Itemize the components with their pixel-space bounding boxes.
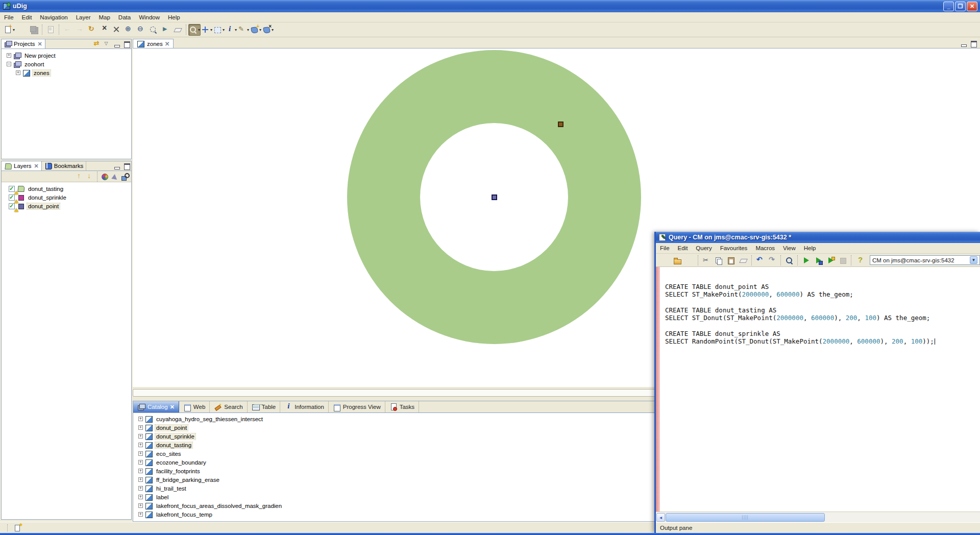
query-new-button[interactable] (659, 254, 671, 266)
query-cut-button[interactable] (700, 254, 713, 266)
toolbar-select-tool-button[interactable]: ▾ (213, 24, 225, 36)
view-menu-button[interactable] (102, 40, 112, 48)
close-icon[interactable]: ✕ (170, 404, 175, 410)
menu-window[interactable]: Window (135, 12, 164, 22)
expand-icon[interactable]: + (138, 443, 143, 447)
tab-table[interactable]: Table (248, 401, 281, 412)
expand-icon[interactable]: + (138, 512, 143, 517)
menu-map[interactable]: Map (94, 12, 114, 22)
layer-item-donut_sprinkle[interactable]: donut_sprinkle (2, 193, 131, 202)
expand-icon[interactable]: + (138, 434, 143, 439)
toolbar-commit-button[interactable] (159, 24, 172, 36)
query-menu-favourites[interactable]: Favourites (716, 243, 752, 253)
query-menu-file[interactable]: File (656, 243, 674, 253)
query-menu-edit[interactable]: Edit (674, 243, 692, 253)
chevron-down-icon[interactable]: ▾ (272, 28, 274, 32)
layer-item-donut_tasting[interactable]: donut_tasting (2, 184, 131, 193)
query-undo-button[interactable] (754, 254, 766, 266)
menu-data[interactable]: Data (114, 12, 135, 22)
expand-icon[interactable]: + (138, 469, 143, 473)
expand-icon[interactable]: + (138, 425, 143, 430)
chevron-down-icon[interactable]: ▾ (247, 28, 249, 32)
query-paste-button[interactable] (725, 254, 737, 266)
query-redo-button[interactable] (766, 254, 778, 266)
expand-icon[interactable]: + (138, 486, 143, 491)
style-button[interactable] (110, 172, 120, 182)
toolbar-zoom-tool-button[interactable]: ▾ (188, 24, 201, 36)
scrollbar-thumb[interactable]: |||| (666, 513, 825, 522)
restore-button[interactable]: ❐ (955, 2, 966, 11)
query-save-button[interactable] (683, 254, 696, 266)
tab-bookmarks[interactable]: Bookmarks (42, 161, 87, 171)
layer-item-donut_point[interactable]: donut_point (2, 202, 131, 210)
link-editor-button[interactable] (92, 40, 102, 48)
chevron-down-icon[interactable]: ▼ (970, 256, 977, 264)
toolbar-zoom-out-button[interactable] (135, 24, 147, 36)
tab-catalog[interactable]: Catalog✕ (133, 401, 179, 412)
toolbar-delete-button[interactable] (98, 24, 110, 36)
query-run-save-button[interactable] (812, 254, 824, 266)
udig-titlebar[interactable]: uDig _❐✕ (0, 0, 980, 12)
chevron-down-icon[interactable]: ▾ (210, 28, 212, 32)
tree-item-zones[interactable]: +zones (2, 68, 131, 77)
tab-layers[interactable]: Layers ✕ (2, 161, 42, 171)
close-button[interactable]: ✕ (967, 2, 977, 11)
tab-search[interactable]: Search (210, 401, 247, 412)
chevron-down-icon[interactable]: ▾ (235, 28, 237, 32)
zoom-to-layer-button[interactable] (120, 172, 130, 182)
menu-help[interactable]: Help (164, 12, 184, 22)
query-titlebar[interactable]: Query - CM on jms@cmac-srv-gis:5432 * (656, 232, 980, 243)
toolbar-edit-tool-button[interactable]: ▾ (237, 24, 250, 36)
toolbar-create-feature-tool-button[interactable]: ▾ (250, 24, 262, 36)
menu-navigation[interactable]: Navigation (36, 12, 71, 22)
menu-edit[interactable]: Edit (18, 12, 36, 22)
maximize-button[interactable] (968, 39, 978, 48)
tab-progress-view[interactable]: Progress View (329, 401, 385, 412)
menu-layer[interactable]: Layer (72, 12, 95, 22)
expand-icon[interactable]: + (138, 477, 143, 482)
query-run-button[interactable] (800, 254, 812, 266)
expand-icon[interactable]: + (138, 460, 143, 465)
tab-tasks[interactable]: Tasks (385, 401, 419, 412)
query-run-tree-button[interactable] (824, 254, 837, 266)
chevron-down-icon[interactable]: ▾ (259, 28, 261, 32)
collapse-icon[interactable]: − (7, 62, 11, 66)
toolbar-fill-tool-button[interactable]: ▾ (262, 24, 274, 36)
minimize-button[interactable] (959, 39, 968, 48)
palette-button[interactable] (100, 172, 110, 182)
toolbar-info-tool-button[interactable]: ▾ (225, 24, 237, 36)
tab-zones-editor[interactable]: zones ✕ (133, 39, 174, 48)
toolbar-zoom-area-button[interactable] (147, 24, 159, 36)
expand-icon[interactable]: + (138, 503, 143, 508)
toolbar-revert-button[interactable] (172, 24, 184, 36)
minimize-button[interactable] (112, 162, 121, 171)
fast-view-icon[interactable] (14, 524, 22, 532)
tab-projects[interactable]: Projects ✕ (2, 39, 45, 48)
toolbar-new-map-button[interactable]: ▾ (3, 24, 15, 36)
query-find-button[interactable] (783, 254, 795, 266)
close-icon[interactable]: ✕ (34, 163, 39, 169)
toolbar-refresh-button[interactable] (86, 24, 98, 36)
query-clear-button[interactable] (737, 254, 749, 266)
query-open-button[interactable] (671, 254, 683, 266)
expand-icon[interactable]: + (7, 53, 11, 58)
expand-icon[interactable]: + (16, 70, 20, 75)
query-menu-query[interactable]: Query (692, 243, 716, 253)
query-menu-help[interactable]: Help (800, 243, 820, 253)
query-horizontal-scrollbar[interactable]: ◂ |||| (656, 512, 980, 522)
query-menu-macros[interactable]: Macros (751, 243, 779, 253)
toolbar-pan-tool-button[interactable]: ▾ (201, 24, 213, 36)
maximize-button[interactable] (121, 162, 131, 171)
scroll-left-arrow[interactable]: ◂ (656, 513, 665, 522)
chevron-down-icon[interactable]: ▾ (13, 28, 15, 32)
minimize-button[interactable]: _ (943, 2, 954, 11)
expand-icon[interactable]: + (138, 417, 143, 421)
maximize-button[interactable] (121, 40, 131, 48)
tab-web[interactable]: Web (179, 401, 210, 412)
sql-editor[interactable]: CREATE TABLE donut_point ASSELECT ST_Mak… (656, 267, 980, 512)
toolbar-zoom-extent-button[interactable] (110, 24, 122, 36)
connection-combo[interactable]: CM on jms@cmac-srv-gis:5432▼ (870, 255, 980, 265)
menu-file[interactable]: File (0, 12, 18, 22)
query-copy-button[interactable] (713, 254, 725, 266)
move-up-button[interactable] (75, 172, 85, 182)
